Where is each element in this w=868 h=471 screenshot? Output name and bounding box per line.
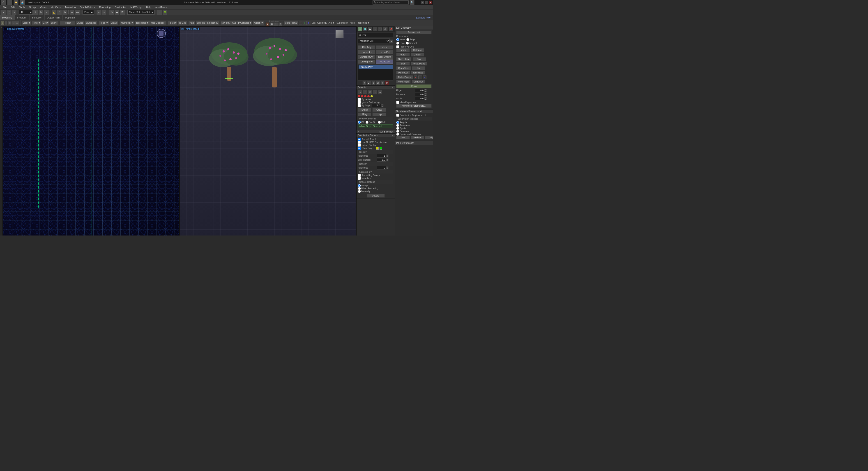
parametric-radio[interactable]: Parametric xyxy=(396,124,432,127)
maximize-btn[interactable]: □ xyxy=(425,1,428,4)
ring-btn-panel[interactable]: Ring xyxy=(358,112,371,116)
regular-radio[interactable]: Regular xyxy=(396,121,432,124)
angle-value[interactable] xyxy=(415,97,424,100)
search-icon[interactable]: 🔍 xyxy=(409,0,414,5)
constraint-none-radio[interactable]: None xyxy=(396,38,405,41)
rotate-tool[interactable]: ↻ xyxy=(38,10,43,15)
view-dependent-check[interactable]: View Dependent xyxy=(396,101,432,104)
use-disp-btn[interactable]: Use Displace. xyxy=(150,21,166,25)
minimize-btn[interactable]: − xyxy=(421,1,424,4)
by-vertex-check[interactable]: By Vertex xyxy=(358,98,393,101)
scene-explorer[interactable]: 🌳 xyxy=(162,10,167,15)
sel-vertex-icon[interactable]: ● xyxy=(358,90,363,94)
spatial-radio[interactable]: Spatial xyxy=(396,127,432,130)
preserve-uvs-check[interactable]: Preserve UVs xyxy=(396,45,432,48)
projection-btn[interactable]: Projection xyxy=(376,60,394,64)
dist-down[interactable]: ▼ xyxy=(424,95,427,96)
low-btn[interactable]: Low xyxy=(396,136,410,139)
mirror-btn[interactable]: Mirror xyxy=(376,45,394,49)
unwrap-pro-btn[interactable]: Unwrap Pro xyxy=(358,60,375,64)
constraint-edge-radio[interactable]: Edge xyxy=(406,38,415,41)
new-btn[interactable]: □ xyxy=(7,0,12,5)
select-region[interactable]: ⬚ xyxy=(6,10,11,15)
high-btn[interactable]: High xyxy=(425,136,433,139)
filter-select[interactable]: All xyxy=(19,10,33,15)
menu-tools[interactable]: Tools xyxy=(18,5,27,9)
nurms-btn[interactable]: NURMS xyxy=(220,21,231,25)
repeat-btn[interactable]: Repeat xyxy=(60,21,75,25)
view-select[interactable]: View xyxy=(83,10,94,15)
subdiv-disp-check[interactable]: Subdivision Displacement xyxy=(396,114,432,117)
soft-selection-header[interactable]: + Soft Selection xyxy=(356,130,395,133)
hard-btn[interactable]: Hard xyxy=(188,21,195,25)
properties-dropdown[interactable]: Properties ▼ xyxy=(356,22,370,24)
icon-sun[interactable]: ☀ xyxy=(358,27,362,31)
to-grid-btn[interactable]: To Grid xyxy=(178,21,187,25)
tessellate-btn-panel[interactable]: Tessellate xyxy=(411,71,425,75)
edge-value[interactable] xyxy=(415,89,424,92)
by-angle-check[interactable]: By Angle: xyxy=(358,104,371,107)
by-vertex-input[interactable] xyxy=(358,98,361,101)
smooth-up[interactable]: ▲ xyxy=(386,159,389,160)
render-frame-btn[interactable]: 🖼 xyxy=(120,10,125,15)
smooth-down[interactable]: ▼ xyxy=(386,160,389,162)
save-btn[interactable]: 💾 xyxy=(20,0,25,5)
mirror-tool[interactable]: ⇔ xyxy=(70,10,75,15)
iter-up[interactable]: ▲ xyxy=(386,155,389,156)
by-angle-spinner[interactable]: ▲ ▼ xyxy=(372,104,383,107)
viewport-front[interactable]: [+][Front][Shaded] xyxy=(180,27,356,236)
smoothing-groups-check[interactable]: Smoothing Groups xyxy=(358,174,393,177)
subdiv-disp-input[interactable] xyxy=(396,114,399,117)
paint-deformation-header[interactable]: Paint Deformation xyxy=(395,141,433,145)
y-btn-panel[interactable]: Y xyxy=(418,75,422,79)
stack-settings[interactable]: ⚙ xyxy=(371,81,375,85)
select-filter[interactable]: ✦ xyxy=(12,10,17,15)
shrink-btn-panel[interactable]: Shrink xyxy=(358,108,371,112)
render-iter-down[interactable]: ▼ xyxy=(386,168,389,169)
sel-border-icon[interactable]: ⬡ xyxy=(368,90,372,94)
x-axis-btn[interactable]: X xyxy=(299,21,302,25)
modifier-stack-list[interactable]: Editable Poly xyxy=(358,65,393,80)
materials-check[interactable]: Materials xyxy=(358,177,393,180)
subobj-vertex[interactable]: ● xyxy=(1,21,4,25)
loop-btn[interactable]: Loop ▼ xyxy=(22,21,32,25)
align-tool[interactable]: ⟺ xyxy=(75,10,80,15)
layer-mgr[interactable]: ≡ xyxy=(157,10,162,15)
smooth-result-input[interactable] xyxy=(358,138,361,141)
qslice-btn[interactable]: QSlice xyxy=(75,21,84,25)
y-axis-btn[interactable]: Y xyxy=(303,21,306,25)
repeat-last-btn[interactable]: Repeat Last xyxy=(396,30,432,34)
display-iter-spinner[interactable]: ▲ ▼ xyxy=(377,154,389,158)
icon-render[interactable]: ▶ xyxy=(368,27,372,31)
cage-color2[interactable] xyxy=(379,147,382,149)
menu-maxscript[interactable]: MAXScript xyxy=(128,5,144,9)
by-angle-up[interactable]: ▲ xyxy=(381,104,383,106)
isoline-check[interactable]: Isoline Display xyxy=(358,144,393,147)
shrink-btn[interactable]: Shrink xyxy=(50,21,58,25)
close-btn[interactable]: ✕ xyxy=(429,1,432,4)
select-tool[interactable]: ↖ xyxy=(1,10,6,15)
z-btn-panel[interactable]: Z xyxy=(423,75,427,79)
stack-up[interactable]: ▲ xyxy=(367,81,371,85)
sel-edge-icon[interactable]: / xyxy=(363,90,367,94)
make-planar-btn[interactable]: Make Planar xyxy=(283,21,298,25)
view-dependent-input[interactable] xyxy=(396,101,399,104)
by-angle-down[interactable]: ▼ xyxy=(381,106,383,107)
tab-selection[interactable]: Selection xyxy=(30,15,44,20)
tessellate-btn[interactable]: Tessellate ▼ xyxy=(135,21,150,25)
render-setup[interactable]: ⚙ xyxy=(109,10,114,15)
slice-plane-btn[interactable]: Slice Plane xyxy=(396,57,411,61)
menu-rapidtools[interactable]: rapidTools xyxy=(154,5,168,9)
display-smooth-spinner[interactable]: ▲ ▼ xyxy=(377,158,389,162)
grow-btn-panel[interactable]: Grow xyxy=(372,108,386,112)
z-axis-btn[interactable]: Z xyxy=(307,21,310,25)
iter-down[interactable]: ▼ xyxy=(386,156,389,158)
collapse-btn-panel[interactable]: Collapse xyxy=(411,48,424,52)
left-scroll[interactable]: ▲ ▼ xyxy=(0,26,3,236)
edge-up[interactable]: ▲ xyxy=(424,89,427,91)
constraint-face-icon[interactable]: ▦ xyxy=(270,22,274,26)
by-angle-input[interactable] xyxy=(358,104,361,107)
split-btn[interactable]: Split xyxy=(412,57,426,61)
create-selection-set[interactable]: Create Selection Set xyxy=(127,10,154,15)
constraint-face-radio[interactable]: Face xyxy=(396,42,405,45)
